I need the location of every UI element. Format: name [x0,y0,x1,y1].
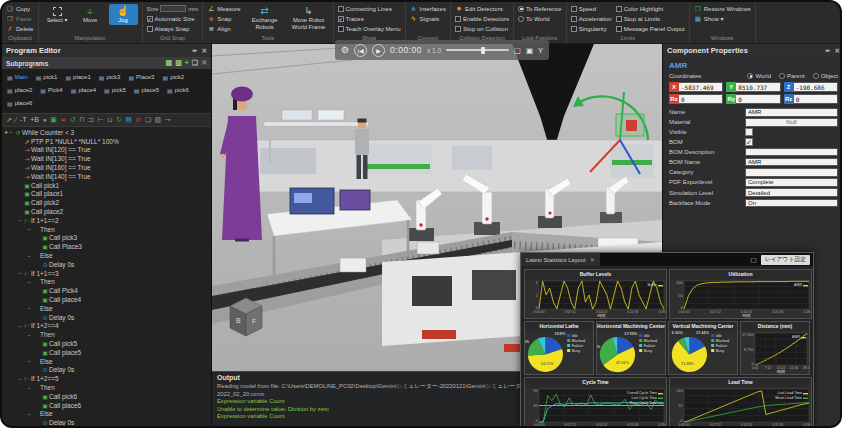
program-statement[interactable]: ▣Call pick5 [2,339,211,348]
close-icon[interactable]: ✕ [835,47,840,55]
program-statement[interactable]: ▣Call Pick4 [2,286,211,295]
statement-icon-8[interactable]: ↺ [70,114,76,126]
checkbox-connecting-lines[interactable]: Connecting Lines [338,4,401,13]
ribbon-button-select[interactable]: Select ▾ [43,4,72,25]
program-statement[interactable]: ▣Call place5 [2,348,211,357]
statement-icon-4[interactable]: +B [30,114,39,126]
checkbox-always-snap[interactable]: Always Snap [147,24,199,33]
program-statement[interactable]: ⊙Delay 0s [2,366,211,375]
program-statement[interactable]: ⇥Wait IN[140] == True [2,172,211,181]
program-statement[interactable]: ⊙Delay 0s [2,313,211,322]
program-statement[interactable]: −Else [2,410,211,419]
property-value-pdf-exportlevel[interactable]: Complete [745,178,838,187]
coordinate-value[interactable]: -5837.469 [679,82,723,92]
expander-icon[interactable]: − [26,226,32,232]
statement-icon-9[interactable]: ⊓ [79,114,84,126]
dashboard-tab[interactable]: Latest Statistics Layout ✕ [521,253,600,266]
checkbox-traces[interactable]: ✓Traces [338,14,401,23]
expander-icon[interactable]: − [26,253,32,259]
checkbox-singularity[interactable]: Singularity [571,24,612,33]
subprogram-tab-pick5[interactable]: ▤pick5 [102,84,128,96]
ribbon-button-signals[interactable]: ϟSignals [410,14,446,23]
program-statement[interactable]: ▣Call pick3 [2,234,211,243]
checkbox-stop-on-collision[interactable]: Stop on Collision [455,24,509,33]
ribbon-button-copy[interactable]: ❏Copy [6,4,33,13]
statement-icon-14[interactable]: ▤ [125,114,132,126]
checkbox-enable-detectors[interactable]: Enable Detectors [455,14,509,23]
input-size[interactable] [160,5,186,12]
checkbox-automatic-size[interactable]: ✓Automatic Size [147,14,199,23]
program-statement[interactable]: ▣Call pick6 [2,392,211,401]
property-value-bom-name[interactable]: AMR [745,158,838,167]
expander-icon[interactable]: − [26,385,32,391]
property-value-backface-mode[interactable]: On [745,199,838,208]
ribbon-button-show[interactable]: ▦Show ▾ [694,14,751,23]
subprogram-tab-place2[interactable]: ▤place2 [5,84,34,96]
statement-icon-2[interactable]: ∕ [15,114,16,126]
expander-icon[interactable]: − [26,332,32,338]
record-video-icon[interactable]: ▣ [526,46,533,55]
coordinate-value[interactable]: 0 [736,94,780,104]
subprogram-tab-main[interactable]: ▤Main [5,71,30,83]
pin-icon[interactable]: ✒ [192,47,197,55]
program-statement[interactable]: −⊢If 1+1==3 [2,269,211,278]
subprogram-tab-place4[interactable]: ▤place4 [69,84,98,96]
program-statement[interactable]: −Then [2,278,211,287]
subprogram-tab-place3[interactable]: ▤Place3 [126,71,156,83]
program-statement[interactable]: −Then [2,225,211,234]
program-statement[interactable]: ▣Call Place3 [2,242,211,251]
coordinate-mode-object[interactable]: Object [813,73,838,79]
statement-icon-5[interactable]: ● [42,114,46,126]
delete-subprogram-icon[interactable]: ✕ [201,59,207,66]
statement-icon-6[interactable]: ▣ [50,114,57,126]
subprogram-tab-pick6[interactable]: ▤pick6 [165,84,191,96]
program-statement[interactable]: ▣Call pick2 [2,198,211,207]
ribbon-button-delete[interactable]: ✗Delete [6,24,33,33]
coordinate-value[interactable]: -190.686 [794,82,838,92]
program-statement[interactable]: −Else [2,251,211,260]
program-statement[interactable]: ▣Call place1 [2,190,211,199]
program-statement[interactable]: −Else [2,304,211,313]
radio-to-reference[interactable]: To Reference [518,4,562,13]
coordinate-field-x[interactable]: X-5837.469 [669,82,723,92]
ribbon-button-move[interactable]: ↔↕Move [76,4,105,25]
statement-icon-12[interactable]: ⊔ [107,114,112,126]
ribbon-button-restore-windows[interactable]: ❒Restore Windows [694,4,751,13]
checkbox-color-highlight[interactable]: Color Highlight [616,4,685,13]
program-statement[interactable]: ⇥Wait IN[130] == True [2,154,211,163]
maximize-icon[interactable]: ▢ [751,256,757,264]
play-simulation-button[interactable]: ▶ [372,44,385,57]
export-program-icon[interactable]: ▥ [175,59,182,66]
program-statement[interactable]: −Then [2,383,211,392]
checkbox-acceleration[interactable]: Acceleration [571,14,612,23]
pin-icon[interactable]: ✒ [825,47,830,55]
layout-settings-button[interactable]: レイアウト設定 [761,255,810,265]
import-program-icon[interactable]: ▤ [166,59,173,66]
program-statement[interactable]: −⊢If 1+2==4 [2,322,211,331]
subprogram-tab-pick3[interactable]: ▤pick3 [97,71,123,83]
coordinate-field-y[interactable]: Y8510.737 [726,82,780,92]
property-value-material[interactable]: Null [745,118,838,127]
checkbox-stop-at-limits[interactable]: Stop at Limits [616,14,685,23]
coordinate-field-rx[interactable]: Rx0 [669,94,723,104]
coordinate-value[interactable]: 0 [679,94,723,104]
radio-to-world[interactable]: To World [518,14,562,23]
ribbon-button-interfaces[interactable]: ⋔Interfaces [410,4,446,13]
program-statement[interactable]: ▣Call place6 [2,401,211,410]
settings-gear-icon[interactable]: ⚙ [341,45,349,55]
close-icon[interactable]: ✕ [202,47,207,55]
statement-icon-16[interactable]: ❏ [145,114,151,126]
program-statement[interactable]: ⊙Delay 0s [2,260,211,269]
ribbon-button-move-robot-world-frame[interactable]: ↳Move Robot World Frame [289,4,329,31]
program-statement[interactable]: ⊙Delay 0s [2,418,211,427]
statement-icon-15[interactable]: ⊘ [135,114,141,126]
coordinate-field-ry[interactable]: Ry0 [726,94,780,104]
program-statement[interactable]: −⊢If 1+2==5 [2,374,211,383]
close-icon[interactable]: ✕ [590,256,595,263]
coordinate-field-rz[interactable]: Rz0 [784,94,838,104]
subprogram-tab-pick1[interactable]: ▤pick1 [34,71,60,83]
view-cube[interactable]: B F [230,298,262,336]
program-statement[interactable]: ➚PTP P1 *NULL* *NULL* 100% [2,137,211,146]
coordinate-field-z[interactable]: Z-190.686 [784,82,838,92]
expander-icon[interactable]: − [26,305,32,311]
